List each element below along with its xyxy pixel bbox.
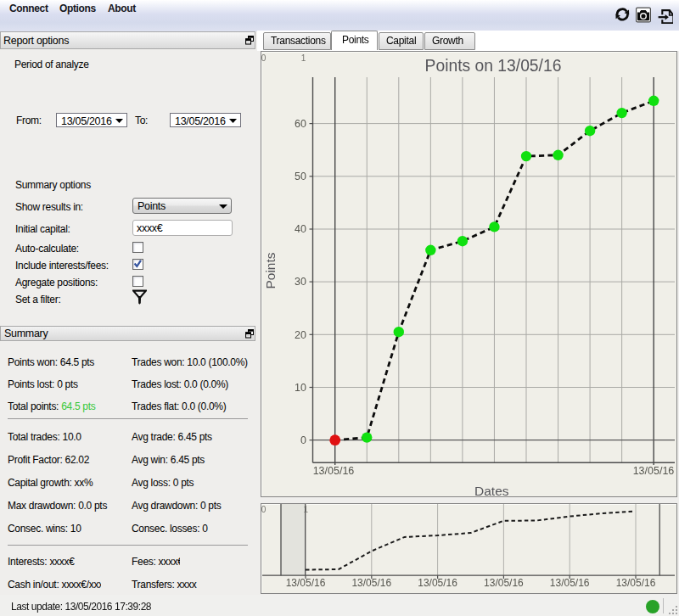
svg-text:30: 30	[295, 276, 306, 288]
svg-text:20: 20	[295, 329, 306, 341]
svg-text:13/05/16: 13/05/16	[616, 577, 656, 589]
svg-text:Points: Points	[263, 252, 278, 288]
svg-text:13/05/16: 13/05/16	[313, 465, 355, 477]
svg-text:0: 0	[261, 505, 267, 514]
svg-text:13/05/16: 13/05/16	[550, 577, 590, 589]
svg-text:50: 50	[295, 171, 306, 182]
svg-text:13/05/16: 13/05/16	[418, 577, 457, 589]
svg-text:10: 10	[295, 382, 306, 394]
svg-text:13/05/16: 13/05/16	[286, 577, 326, 589]
svg-text:13/05/16: 13/05/16	[633, 465, 675, 477]
svg-text:60: 60	[295, 118, 306, 130]
svg-text:Points on 13/05/16: Points on 13/05/16	[425, 57, 562, 75]
svg-text:13/05/16: 13/05/16	[351, 577, 391, 589]
svg-text:0: 0	[300, 434, 306, 446]
svg-text:1: 1	[301, 53, 306, 63]
svg-text:1: 1	[304, 505, 309, 514]
svg-text:13/05/16: 13/05/16	[484, 577, 524, 589]
svg-text:40: 40	[295, 223, 306, 235]
svg-text:0: 0	[261, 53, 267, 63]
svg-text:Dates: Dates	[474, 484, 509, 496]
